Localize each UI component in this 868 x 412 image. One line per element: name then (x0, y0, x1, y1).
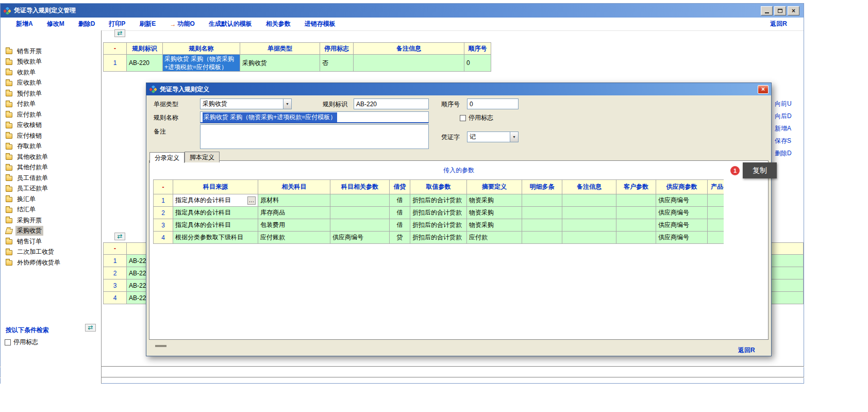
entry-row[interactable]: 1 指定具体的会计科目 … 原材料 借 折扣后的合计货款 物资采购 (154, 194, 724, 207)
cell-direction[interactable]: 借 (390, 219, 410, 232)
sidebar-item-advance-payment[interactable]: 预付款单 (1, 88, 101, 99)
cell-subject-param[interactable] (330, 194, 390, 207)
cell-order[interactable]: 0 (464, 55, 491, 72)
cell-rule-name-selected[interactable]: 采购收货 采购（物资采购+进项税款=应付模板） (163, 55, 240, 72)
cell-multi-detail[interactable] (522, 219, 562, 232)
cell-row-number[interactable]: 2 (104, 267, 127, 279)
cell-summary[interactable]: 物资采购 (467, 219, 522, 232)
sidebar-item-deposit-withdrawal[interactable]: 存取款单 (1, 141, 101, 152)
cell-summary[interactable]: 物资采购 (467, 194, 522, 207)
sidebar-item-payable-writeoff[interactable]: 应付核销 (1, 130, 101, 141)
cell-direction[interactable]: 借 (390, 194, 410, 207)
sidebar-item-outsourcing-receipt[interactable]: 外协师傅收货单 (1, 257, 101, 268)
cell-related-subject[interactable]: 库存商品 (258, 207, 330, 219)
cell-multi-detail[interactable] (522, 194, 562, 207)
sidebar-item-other-payment[interactable]: 其他付款单 (1, 162, 101, 173)
sidebar-item-exchange[interactable]: 换汇单 (1, 194, 101, 205)
cell-customer-param[interactable] (616, 207, 656, 219)
cell-disabled-flag[interactable]: 否 (320, 55, 354, 72)
cell-note[interactable] (562, 219, 616, 232)
note-textarea[interactable] (200, 124, 429, 149)
cell-supplier-param[interactable]: 供应商编号 (656, 219, 708, 232)
sidebar-item-other-receipt[interactable]: 其他收款单 (1, 152, 101, 162)
cell-related-subject[interactable]: 应付账款 (258, 232, 330, 244)
rules-table-row[interactable]: 1 AB-220 采购收货 采购（物资采购+进项税款=应付模板） 采购收货 否 … (104, 55, 491, 72)
toolbar-inventory-template-button[interactable]: 进销存模板 (305, 20, 336, 28)
move-backward-button[interactable]: 向后D (775, 112, 792, 120)
cell-row-number[interactable]: 1 (154, 194, 173, 207)
cell-product-param[interactable] (708, 219, 724, 232)
cell-note[interactable] (562, 194, 616, 207)
cell-customer-param[interactable] (616, 194, 656, 207)
cell-value-param[interactable]: 折扣后的合计货款 (410, 232, 467, 244)
chevron-down-icon[interactable]: ▼ (510, 132, 518, 142)
toolbar-function-button[interactable]: → 功能O (170, 20, 194, 28)
move-forward-button[interactable]: 向前U (775, 100, 792, 108)
maximize-button[interactable] (774, 6, 786, 15)
cell-row-number[interactable]: 3 (154, 219, 173, 232)
cell-customer-param[interactable] (616, 219, 656, 232)
cell-customer-param[interactable] (616, 232, 656, 244)
cell-summary[interactable]: 物资采购 (467, 207, 522, 219)
cell-subject-source[interactable]: 根据分类参数取下级科目 (173, 232, 258, 244)
toolbar-refresh-button[interactable]: 刷新E (139, 20, 156, 28)
cell-note[interactable] (562, 207, 616, 219)
cell-value-param[interactable]: 折扣后的合计货款 (410, 194, 467, 207)
sidebar-item-employee-loan[interactable]: 员工借款单 (1, 173, 101, 184)
cell-subject-param[interactable]: 供应商编号 (330, 232, 390, 244)
toolbar-related-params-button[interactable]: 相关参数 (266, 20, 291, 28)
cell-note[interactable] (354, 55, 464, 72)
detail-table-swap-button[interactable]: ⇄ (114, 233, 125, 240)
cell-row-number[interactable]: 4 (104, 292, 127, 304)
cell-row-number[interactable]: 1 (104, 55, 127, 72)
cell-value-param[interactable]: 折扣后的合计货款 (410, 207, 467, 219)
dialog-close-button[interactable]: × (758, 85, 769, 94)
rules-table-swap-button[interactable]: ⇄ (114, 29, 125, 37)
sidebar-item-receivable[interactable]: 应收款单 (1, 78, 101, 89)
disabled-flag-checkbox[interactable] (5, 339, 11, 345)
cell-supplier-param[interactable]: 供应商编号 (656, 232, 708, 244)
cell-related-subject[interactable]: 原材料 (258, 194, 330, 207)
sidebar-item-purchase-receipt[interactable]: 采购收货 (1, 226, 101, 237)
dialog-back-button[interactable]: 返回R (738, 346, 755, 355)
cell-supplier-param[interactable]: 供应商编号 (656, 207, 708, 219)
cell-related-subject[interactable]: 包装费用 (258, 219, 330, 232)
doc-type-combo[interactable]: 采购收货 ▼ (200, 98, 292, 109)
cell-product-param[interactable] (708, 194, 724, 207)
add-button[interactable]: 新增A (775, 124, 792, 133)
order-input[interactable]: 0 (467, 98, 519, 109)
entry-row[interactable]: 4 根据分类参数取下级科目 应付账款 供应商编号 贷 折扣后的合计货款 应付款 … (154, 232, 724, 244)
entry-row[interactable]: 2 指定具体的会计科目 库存商品 借 折扣后的合计货款 物资采购 供应商编号 (154, 207, 724, 219)
cell-row-number[interactable]: 4 (154, 232, 173, 244)
cell-rule-id[interactable]: AB-220 (127, 55, 163, 72)
cell-subject-source[interactable]: 指定具体的会计科目 (173, 219, 258, 232)
save-button[interactable]: 保存S (775, 137, 792, 145)
filter-swap-button[interactable]: ⇄ (85, 324, 96, 332)
cell-subject-source[interactable]: 指定具体的会计科目 (173, 207, 258, 219)
cell-doc-type[interactable]: 采购收货 (240, 55, 320, 72)
toolbar-new-button[interactable]: 新增A (16, 20, 33, 28)
cell-note[interactable] (562, 232, 616, 244)
sidebar-item-receivable-writeoff[interactable]: 应收核销 (1, 120, 101, 131)
cell-direction[interactable]: 借 (390, 207, 410, 219)
cell-multi-detail[interactable] (522, 207, 562, 219)
cell-row-number[interactable]: 1 (104, 255, 127, 267)
cell-value-param[interactable]: 折扣后的合计货款 (410, 219, 467, 232)
chevron-down-icon[interactable]: ▼ (283, 99, 291, 109)
cell-row-number[interactable]: 3 (104, 279, 127, 292)
sidebar-item-secondary-processing-receipt[interactable]: 二次加工收货 (1, 247, 101, 258)
entry-row[interactable]: 3 指定具体的会计科目 包装费用 借 折扣后的合计货款 物资采购 供应商编号 (154, 219, 724, 232)
toolbar-delete-button[interactable]: 删除D (78, 20, 95, 28)
tab-entry-definition[interactable]: 分录定义 (149, 152, 185, 163)
rule-id-input[interactable]: AB-220 (354, 98, 429, 109)
sidebar-item-employee-repayment[interactable]: 员工还款单 (1, 184, 101, 194)
toolbar-generate-template-button[interactable]: 生成默认的模板 (209, 20, 252, 28)
sidebar-item-advance-receipt[interactable]: 预收款单 (1, 57, 101, 68)
ellipsis-button[interactable]: … (247, 196, 256, 205)
cell-subject-param[interactable] (330, 219, 390, 232)
sidebar-item-payment[interactable]: 付款单 (1, 99, 101, 110)
sidebar-item-payable[interactable]: 应付款单 (1, 109, 101, 120)
cell-subject-source[interactable]: 指定具体的会计科目 … (173, 194, 258, 207)
cell-direction[interactable]: 贷 (390, 232, 410, 244)
disabled-flag-checkbox[interactable] (460, 115, 466, 121)
